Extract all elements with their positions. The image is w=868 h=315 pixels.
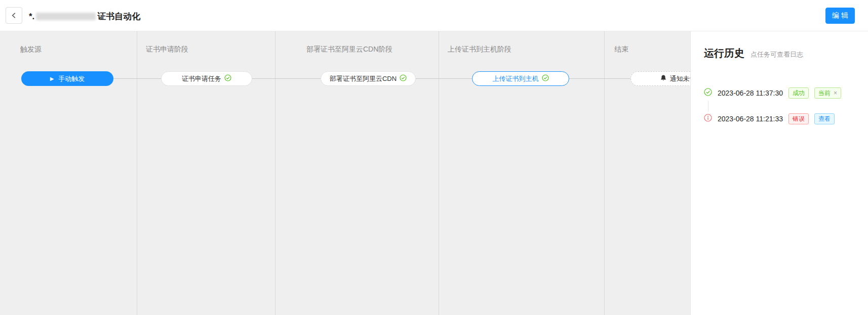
chevron-left-icon xyxy=(11,11,17,20)
page-header: *. 证书自动化 编 辑 xyxy=(0,0,868,31)
bell-icon xyxy=(660,74,667,83)
run-timestamp: 2023-06-28 11:37:30 xyxy=(718,89,783,97)
run-history-title: 运行历史 xyxy=(704,47,744,60)
current-run-badge: 当前 × xyxy=(814,87,841,99)
column-divider xyxy=(439,31,439,315)
view-log-badge[interactable]: 查看 xyxy=(814,113,835,124)
node-upload-host[interactable]: 上传证书到主机 xyxy=(472,71,569,86)
edit-button[interactable]: 编 辑 xyxy=(825,8,855,24)
error-circle-icon xyxy=(704,114,712,124)
success-circle-icon xyxy=(704,88,712,98)
page-title-suffix: 证书自动化 xyxy=(97,11,140,22)
column-divider xyxy=(275,31,275,315)
check-circle-icon xyxy=(400,74,407,83)
close-icon[interactable]: × xyxy=(834,88,837,98)
node-cert-apply-task[interactable]: 证书申请任务 xyxy=(161,71,252,86)
run-timestamp: 2023-06-28 11:21:33 xyxy=(718,115,783,123)
column-label-deploy-cdn: 部署证书至阿里云CDN阶段 xyxy=(306,45,392,54)
node-label: 手动触发 xyxy=(58,74,85,83)
column-label-end: 结束 xyxy=(614,45,628,54)
column-divider xyxy=(137,31,137,315)
redacted-domain xyxy=(36,13,96,20)
node-label: 上传证书到主机 xyxy=(493,74,539,83)
status-badge-error: 错误 xyxy=(788,113,809,124)
back-button[interactable] xyxy=(6,7,22,24)
run-history-timeline: 2023-06-28 11:37:30 成功 当前 × 2023-06-28 1… xyxy=(704,87,861,124)
node-label: 部署证书至阿里云CDN xyxy=(330,74,397,83)
column-divider xyxy=(604,31,605,315)
check-circle-icon xyxy=(224,74,231,83)
node-label: 证书申请任务 xyxy=(182,74,221,83)
page-title-prefix: *. xyxy=(29,12,34,22)
play-icon: ▶ xyxy=(50,76,54,81)
history-entry: 2023-06-28 11:21:33 错误 查看 xyxy=(704,113,861,124)
node-deploy-cdn[interactable]: 部署证书至阿里云CDN xyxy=(321,71,416,86)
check-circle-icon xyxy=(542,74,549,83)
history-entry: 2023-06-28 11:37:30 成功 当前 × xyxy=(704,87,861,99)
status-badge-success: 成功 xyxy=(788,87,809,99)
run-history-panel: 运行历史 点任务可查看日志 2023-06-28 11:37:30 成功 当前 … xyxy=(690,31,868,315)
node-manual-trigger[interactable]: ▶ 手动触发 xyxy=(21,71,113,86)
column-label-upload-host: 上传证书到主机阶段 xyxy=(448,45,511,54)
timeline-connector xyxy=(708,101,708,112)
page-title: *. 证书自动化 xyxy=(29,11,140,22)
column-label-cert-apply: 证书申请阶段 xyxy=(146,45,188,54)
column-label-trigger: 触发源 xyxy=(20,45,42,54)
run-history-subtitle: 点任务可查看日志 xyxy=(751,50,803,59)
